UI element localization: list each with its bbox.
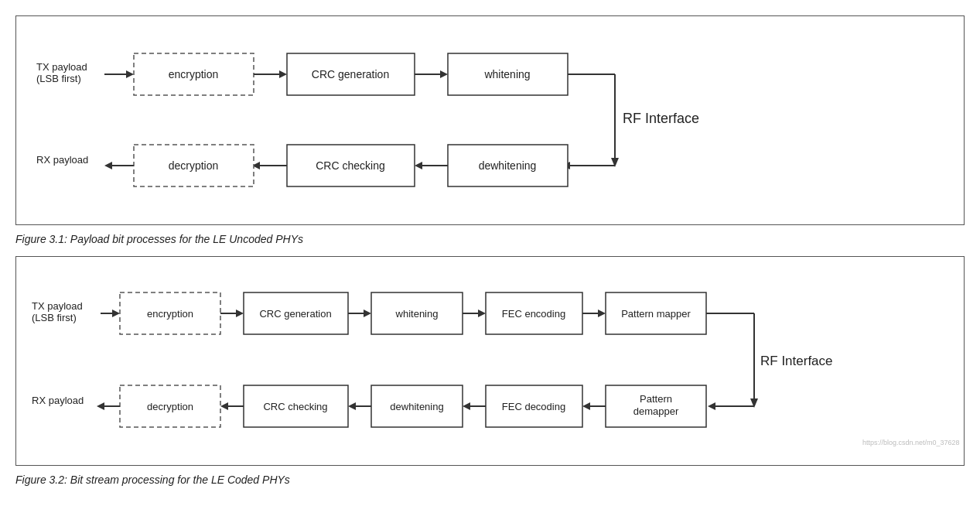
fec-dec-label-2: FEC decoding xyxy=(502,401,565,412)
rf-interface-label-1: RF Interface xyxy=(623,111,699,126)
arrowhead-crcc-dec-2 xyxy=(220,402,228,410)
arrowhead-to-enc-2 xyxy=(112,310,120,317)
decryption-label-1: decryption xyxy=(169,159,219,172)
watermark: https://blog.csdn.net/m0_37628 xyxy=(862,439,960,446)
figure2-caption: Figure 3.2: Bit stream processing for th… xyxy=(15,474,965,486)
pattern-mapper-label-2: Pattern mapper xyxy=(621,308,691,320)
dewhitening-label-2: dewhitening xyxy=(390,401,443,412)
encryption-label-1: encryption xyxy=(169,68,219,80)
fec-enc-label-2: FEC encoding xyxy=(502,308,565,320)
arrowhead-enc-crc-2 xyxy=(236,310,244,317)
crc-gen-label-2: CRC generation xyxy=(259,308,331,320)
arrowhead-fecd-dewh-2 xyxy=(463,402,470,410)
whitening-label-2: whitening xyxy=(395,308,439,320)
rf-interface-label-2: RF Interface xyxy=(760,354,833,368)
arrowhead-fec-pm-2 xyxy=(598,310,606,317)
arrowhead-dewh-crcc-2 xyxy=(348,402,356,410)
arrowhead-rf-left-2 xyxy=(708,402,715,410)
arrowhead-dec-rx-2 xyxy=(97,402,104,410)
arrowhead-pdm-fecd-2 xyxy=(582,402,590,410)
tx-payload-label-1: TX payload xyxy=(36,61,87,73)
tx-payload-label-2: TX payload xyxy=(32,300,83,312)
tx-payload-lsb-label-2: (LSB first) xyxy=(32,312,77,323)
arrowhead-crc-white-1 xyxy=(440,70,448,78)
diagram2: TX payload (LSB first) encryption CRC ge… xyxy=(15,256,965,466)
pattern-demapper-label2-2: demapper xyxy=(633,405,679,417)
arrowhead-dec-rx-1 xyxy=(104,162,112,169)
pattern-demapper-label1-2: Pattern xyxy=(640,393,672,405)
rx-payload-label-2: RX payload xyxy=(32,395,84,406)
dewhitening-label-1: dewhitening xyxy=(479,159,537,172)
figure1-caption: Figure 3.1: Payload bit processes for th… xyxy=(15,233,965,245)
crc-gen-label-1: CRC generation xyxy=(312,68,389,80)
diagram1: TX payload (LSB first) encryption CRC ge… xyxy=(15,15,965,225)
crc-check-label-2: CRC checking xyxy=(263,401,327,412)
arrowhead-dewh-crcc-1 xyxy=(415,162,422,169)
diagram2-svg: TX payload (LSB first) encryption CRC ge… xyxy=(27,271,971,449)
arrowhead-enc-crc-1 xyxy=(279,70,287,78)
arrowhead-crc-wh-2 xyxy=(364,310,371,317)
crc-check-label-1: CRC checking xyxy=(316,159,384,172)
encryption-label-2: encryption xyxy=(147,308,193,320)
rx-payload-label-1: RX payload xyxy=(36,154,88,166)
diagram1-svg: TX payload (LSB first) encryption CRC ge… xyxy=(27,30,971,208)
decryption-label-2: decryption xyxy=(147,401,193,412)
whitening-label-1: whitening xyxy=(483,68,530,80)
tx-payload-label-lsb-1: (LSB first) xyxy=(36,73,81,84)
arrowhead-wh-fec-2 xyxy=(478,310,486,317)
arrowhead-to-encryption-1 xyxy=(126,70,134,78)
